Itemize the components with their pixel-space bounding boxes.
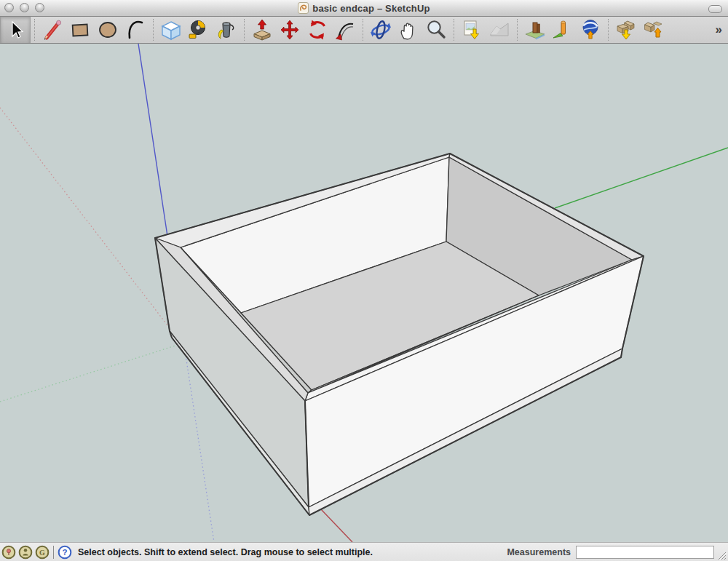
circle-tool-button[interactable] <box>94 17 122 43</box>
get-current-view-icon <box>460 17 483 42</box>
share-model-icon <box>642 17 665 42</box>
follow-me-button[interactable] <box>331 17 359 43</box>
toolbar-overflow-button[interactable]: » <box>716 23 722 37</box>
sketchup-window: basic endcap – SketchUp <box>0 0 728 561</box>
share-model-button[interactable] <box>640 17 668 43</box>
window-resize-grip[interactable] <box>717 549 727 561</box>
rectangle-icon <box>68 17 92 42</box>
window-title: basic endcap – SketchUp <box>312 3 430 14</box>
tape-measure-icon <box>187 17 210 42</box>
make-component-button[interactable] <box>157 17 185 43</box>
orbit-tool-button[interactable] <box>367 17 395 43</box>
location-balloon-icon <box>7 549 10 552</box>
push-pull-icon <box>250 17 274 42</box>
geolocation-status-button[interactable] <box>1 545 16 560</box>
move-arrows-icon <box>278 17 301 42</box>
model-viewport[interactable] <box>0 44 728 542</box>
photo-textures-button[interactable] <box>549 17 577 43</box>
google-earth-globe-icon <box>579 17 602 42</box>
select-tool-button[interactable] <box>0 17 31 43</box>
place-model-button[interactable] <box>521 17 549 43</box>
toolbar-toggle-lozenge[interactable] <box>708 5 722 13</box>
measurements-label: Measurements <box>507 547 571 557</box>
get-models-icon <box>614 17 638 42</box>
circle-icon <box>96 17 119 42</box>
document-proxy-icon[interactable] <box>298 2 309 14</box>
push-pull-button[interactable] <box>248 17 276 43</box>
component-cube-icon <box>159 17 183 42</box>
magnifier-icon <box>424 17 448 42</box>
pencil-icon <box>41 17 64 42</box>
minimize-button[interactable] <box>20 3 29 12</box>
get-current-view-button[interactable] <box>458 17 486 43</box>
place-model-icon <box>523 17 547 42</box>
arc-icon <box>124 17 147 42</box>
toolbar-divider <box>34 19 35 41</box>
follow-me-icon <box>333 17 357 42</box>
help-button[interactable]: ? <box>58 545 72 560</box>
statusbar: G ? Select objects. Shift to extend sele… <box>0 542 728 561</box>
preview-in-google-earth-button[interactable] <box>577 17 604 43</box>
rectangle-tool-button[interactable] <box>66 17 94 43</box>
toolbar-divider <box>153 19 154 41</box>
photo-textures-icon <box>551 17 574 42</box>
orbit-icon <box>369 17 392 42</box>
toolbar-divider <box>363 19 363 41</box>
sign-in-status-button[interactable]: G <box>35 545 50 560</box>
rotate-arrows-icon <box>306 17 329 42</box>
paint-bucket-button[interactable] <box>213 17 240 43</box>
rotate-tool-button[interactable] <box>304 17 331 43</box>
toggle-terrain-icon <box>488 17 511 42</box>
pan-hand-icon <box>397 17 420 42</box>
status-hint-text: Select objects. Shift to extend select. … <box>78 547 373 557</box>
zoom-tool-button[interactable] <box>422 17 450 43</box>
close-button[interactable] <box>4 3 14 12</box>
tape-measure-button[interactable] <box>185 17 213 43</box>
move-tool-button[interactable] <box>276 17 304 43</box>
titlebar[interactable]: basic endcap – SketchUp <box>0 0 728 17</box>
pan-tool-button[interactable] <box>395 17 422 43</box>
paint-bucket-icon <box>215 17 238 42</box>
question-mark-icon: ? <box>62 548 67 557</box>
credit-attribution-button[interactable] <box>18 545 33 560</box>
arc-tool-button[interactable] <box>122 17 149 43</box>
toolbar-divider <box>244 19 245 41</box>
statusbar-divider <box>53 546 54 559</box>
line-tool-button[interactable] <box>39 17 66 43</box>
toolbar-divider <box>517 19 518 41</box>
measurements-input[interactable] <box>576 546 714 559</box>
toolbar: » <box>0 17 728 44</box>
toolbar-divider <box>454 19 454 41</box>
toolbar-divider <box>608 19 609 41</box>
toggle-terrain-button[interactable] <box>486 17 513 43</box>
get-models-button[interactable] <box>612 17 640 43</box>
google-g-icon: G <box>39 548 45 556</box>
zoom-window-button[interactable] <box>35 3 44 12</box>
select-cursor-icon <box>4 17 27 42</box>
person-icon <box>24 549 27 552</box>
